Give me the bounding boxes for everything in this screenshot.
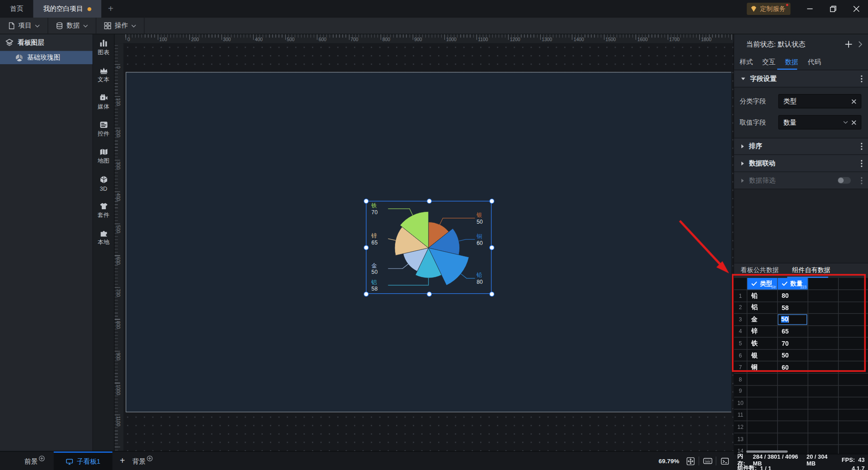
empty-cell[interactable] [808, 373, 839, 385]
empty-cell[interactable] [839, 397, 868, 409]
table-row: 12 [734, 421, 868, 433]
tool-3d[interactable]: 3D [93, 170, 114, 197]
resize-handle[interactable] [489, 199, 494, 204]
kebab-menu-icon[interactable] [861, 160, 863, 167]
design-canvas[interactable]: 0100200300400500600700800900100011001200… [114, 34, 733, 451]
fit-screen-button[interactable] [685, 456, 696, 466]
empty-cell[interactable] [808, 421, 839, 433]
cell-quantity[interactable] [778, 385, 808, 397]
tab-home[interactable]: 首页 [0, 0, 33, 18]
category-field-input[interactable]: 类型 [778, 94, 862, 108]
tool-media[interactable]: 媒体 [93, 89, 114, 116]
clear-icon[interactable] [851, 99, 856, 104]
cell-type[interactable] [747, 373, 778, 385]
cell-quantity[interactable] [778, 409, 808, 421]
tool-widget-label: 控件 [98, 130, 109, 137]
value-field-select[interactable]: 数量 [778, 115, 862, 130]
kebab-menu-icon[interactable] [861, 75, 863, 82]
resize-handle[interactable] [489, 291, 494, 296]
minimize-icon [807, 5, 813, 12]
custom-service-badge[interactable]: 定制服务 [747, 3, 791, 15]
inspector-panel: 当前状态: 默认状态 样式 交互 数据 代码 字段设置 分类字段 类型 [733, 34, 868, 451]
section-field-settings[interactable]: 字段设置 [734, 70, 868, 88]
tool-text[interactable]: 文本 [93, 61, 114, 89]
resize-handle[interactable] [363, 291, 368, 296]
tab-interaction[interactable]: 交互 [761, 57, 777, 67]
menu-operate[interactable]: 操作 [96, 18, 145, 34]
table-row: 13 [734, 433, 868, 445]
filter-toggle-off[interactable] [838, 177, 851, 184]
resize-handle[interactable] [426, 199, 431, 204]
maximize-button[interactable] [821, 0, 844, 18]
empty-cell[interactable] [808, 385, 839, 397]
minimize-button[interactable] [798, 0, 821, 18]
tool-local[interactable]: 本地 [93, 224, 114, 251]
background-group[interactable]: 背景 [132, 451, 153, 470]
empty-cell[interactable] [839, 433, 868, 445]
tab-component-own-data[interactable]: 组件自有数据 [792, 266, 830, 274]
section-sort[interactable]: 排序 [734, 138, 868, 155]
empty-cell[interactable] [839, 445, 868, 454]
add-subboard-button[interactable]: + [113, 451, 132, 470]
empty-cell[interactable] [808, 445, 839, 454]
menu-data[interactable]: 数据 [48, 18, 97, 34]
shortcut-keys-button[interactable] [702, 456, 713, 466]
caret-down-icon [741, 77, 745, 81]
cell-quantity[interactable] [778, 421, 808, 433]
cell-type[interactable] [747, 409, 778, 421]
section-data-filter[interactable]: 数据筛选 [734, 172, 868, 189]
cell-type[interactable] [747, 433, 778, 445]
empty-cell[interactable] [839, 409, 868, 421]
tab-data[interactable]: 数据 [784, 57, 799, 67]
empty-cell[interactable] [839, 421, 868, 433]
category-field-label: 分类字段 [740, 97, 766, 106]
table-horizontal-scrollbar[interactable] [746, 451, 788, 453]
tab-board-shared-data[interactable]: 看板公共数据 [741, 266, 778, 274]
tool-kit[interactable]: 套件 [93, 197, 114, 224]
circle-plus-icon[interactable] [39, 456, 45, 461]
layer-item-rose-chart[interactable]: 基础玫瑰图 [0, 51, 92, 64]
menu-project[interactable]: 项目 [0, 18, 48, 34]
section-label: 数据联动 [749, 159, 776, 168]
h-ruler-label: 1700 [669, 37, 679, 42]
cell-type[interactable] [747, 385, 778, 397]
empty-cell[interactable] [808, 433, 839, 445]
foreground-group[interactable]: 前景 [24, 451, 45, 470]
text-icon [99, 67, 108, 74]
section-data-linkage[interactable]: 数据联动 [734, 155, 868, 172]
tool-widget[interactable]: 控件 [93, 116, 114, 143]
tab-project[interactable]: 我的空白项目 [33, 0, 101, 18]
empty-cell[interactable] [839, 385, 868, 397]
table-row: 9 [734, 385, 868, 397]
tab-style[interactable]: 样式 [738, 57, 754, 67]
zoom-level[interactable]: 69.79% [659, 458, 679, 465]
subboard-tab[interactable]: 子看板1 [54, 451, 113, 470]
memory-sub-value: 20 / 304 MB [807, 453, 835, 466]
empty-cell[interactable] [808, 397, 839, 409]
tool-chart[interactable]: 图表 [93, 34, 114, 61]
cell-quantity[interactable] [778, 397, 808, 409]
resize-handle[interactable] [363, 199, 368, 204]
resize-handle[interactable] [426, 291, 431, 296]
console-button[interactable] [719, 456, 730, 466]
empty-cell[interactable] [808, 409, 839, 421]
h-ruler-label: 500 [287, 37, 294, 42]
tool-map[interactable]: 地图 [93, 143, 114, 170]
circle-plus-icon[interactable] [146, 456, 152, 461]
add-state-icon[interactable] [845, 40, 853, 48]
kebab-menu-icon[interactable] [861, 143, 863, 150]
cell-quantity[interactable] [778, 433, 808, 445]
value-field-label: 取值字段 [740, 118, 766, 127]
cell-type[interactable] [747, 421, 778, 433]
close-button[interactable] [845, 0, 868, 18]
chevron-right-icon[interactable] [858, 41, 863, 48]
empty-cell[interactable] [839, 373, 868, 385]
kebab-menu-icon[interactable] [861, 177, 863, 184]
clear-icon[interactable] [851, 120, 856, 125]
cell-type[interactable] [747, 397, 778, 409]
new-tab-button[interactable]: + [101, 0, 120, 18]
tab-code[interactable]: 代码 [807, 57, 822, 67]
resize-handle[interactable] [363, 245, 368, 250]
cell-quantity[interactable] [778, 373, 808, 385]
resize-handle[interactable] [489, 245, 494, 250]
